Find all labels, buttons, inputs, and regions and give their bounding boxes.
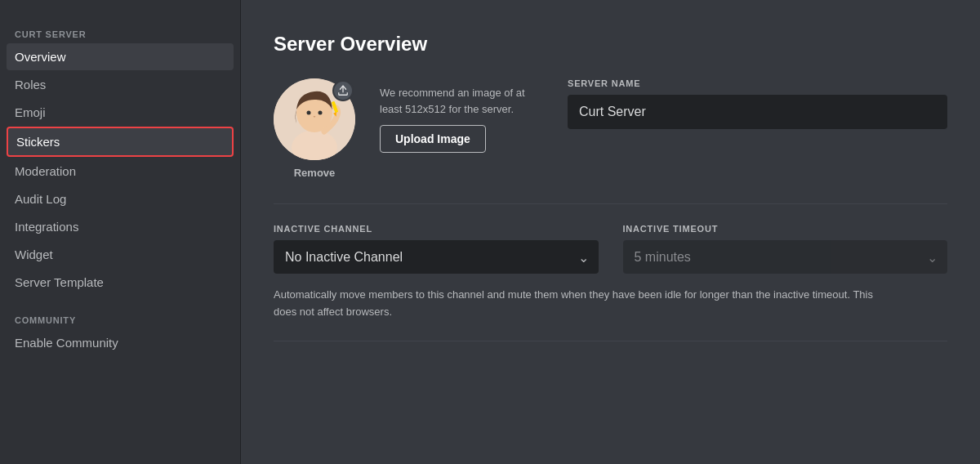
sidebar-item-label: Integrations — [15, 220, 78, 234]
inactive-timeout-select[interactable]: 5 minutes 1 minute 15 minutes 30 minutes… — [623, 240, 948, 274]
sidebar-item-moderation[interactable]: Moderation — [7, 158, 234, 185]
sidebar-section-server: CURT SERVER — [7, 23, 234, 42]
main-content: Server Overview — [241, 0, 980, 464]
inactive-description: Automatically move members to this chann… — [274, 287, 894, 321]
inactive-channel-label: INACTIVE CHANNEL — [274, 224, 599, 234]
svg-point-4 — [318, 111, 323, 115]
server-name-section: SERVER NAME — [568, 78, 947, 129]
server-name-label: SERVER NAME — [568, 78, 947, 88]
sidebar-item-label: Emoji — [15, 105, 46, 119]
sidebar-item-integrations[interactable]: Integrations — [7, 213, 234, 240]
sidebar-item-label: Audit Log — [15, 192, 66, 206]
inactive-channel-block: INACTIVE CHANNEL No Inactive Channel ⌄ — [274, 224, 599, 274]
avatar-section: Remove — [274, 78, 355, 179]
overview-top-section: Remove We recommend an image of at least… — [274, 78, 947, 179]
inactive-channel-select[interactable]: No Inactive Channel — [274, 240, 599, 274]
sidebar-item-stickers[interactable]: Stickers ◀ — [7, 127, 234, 157]
sidebar: CURT SERVER Overview Roles Emoji Sticker… — [0, 0, 241, 464]
upload-image-button[interactable]: Upload Image — [380, 125, 486, 153]
sidebar-item-emoji[interactable]: Emoji — [7, 99, 234, 126]
upload-hint: We recommend an image of at least 512x51… — [380, 85, 543, 117]
sidebar-section-community: COMMUNITY — [7, 309, 234, 328]
sidebar-item-widget[interactable]: Widget — [7, 241, 234, 268]
inactive-timeout-select-wrapper: 5 minutes 1 minute 15 minutes 30 minutes… — [623, 240, 948, 274]
sidebar-item-label: Moderation — [15, 164, 76, 178]
svg-point-3 — [307, 111, 311, 115]
avatar-wrapper[interactable] — [274, 78, 355, 160]
sidebar-item-label: Enable Community — [15, 336, 118, 350]
divider-1 — [274, 203, 947, 204]
divider-2 — [274, 341, 947, 341]
sidebar-item-server-template[interactable]: Server Template — [7, 269, 234, 296]
sidebar-item-label: Roles — [15, 78, 46, 91]
sidebar-item-overview[interactable]: Overview — [7, 43, 234, 70]
inactive-timeout-label: INACTIVE TIMEOUT — [623, 224, 948, 234]
sidebar-item-label: Stickers — [16, 135, 60, 149]
page-title: Server Overview — [274, 33, 947, 56]
avatar-upload-icon[interactable] — [332, 80, 354, 101]
inactive-timeout-block: INACTIVE TIMEOUT 5 minutes 1 minute 15 m… — [623, 224, 948, 274]
sidebar-item-audit-log[interactable]: Audit Log — [7, 185, 234, 212]
sidebar-item-label: Server Template — [15, 275, 104, 289]
sidebar-item-label: Widget — [15, 248, 53, 261]
server-name-input[interactable] — [568, 95, 947, 129]
inactive-section: INACTIVE CHANNEL No Inactive Channel ⌄ I… — [274, 224, 947, 274]
sidebar-item-enable-community[interactable]: Enable Community — [7, 329, 234, 356]
inactive-channel-select-wrapper: No Inactive Channel ⌄ — [274, 240, 599, 274]
sidebar-item-roles[interactable]: Roles — [7, 71, 234, 98]
remove-label[interactable]: Remove — [294, 167, 336, 179]
upload-section: We recommend an image of at least 512x51… — [380, 78, 543, 153]
sidebar-item-label: Overview — [15, 50, 66, 64]
